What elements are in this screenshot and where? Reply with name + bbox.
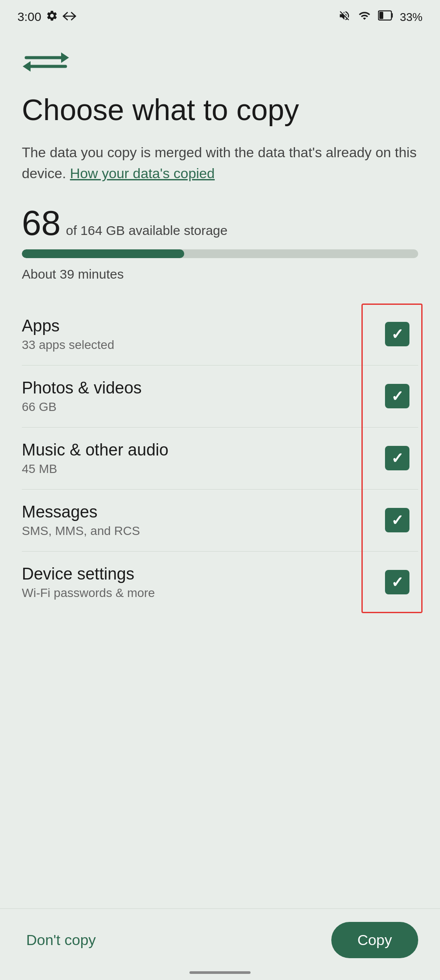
storage-label: of 164 GB available storage: [66, 223, 227, 238]
checkbox-1[interactable]: ✓: [385, 384, 409, 408]
list-item[interactable]: Messages SMS, MMS, and RCS ✓: [22, 490, 418, 552]
home-indicator: [189, 971, 251, 974]
item-info: Photos & videos 66 GB: [22, 379, 385, 414]
bottom-bar: Don't copy Copy: [0, 908, 440, 980]
storage-amount: 68 of 164 GB available storage: [22, 206, 418, 241]
checkmark-icon: ✓: [391, 573, 403, 591]
gear-icon: [46, 10, 58, 25]
item-title: Apps: [22, 317, 385, 335]
list-item[interactable]: Photos & videos 66 GB ✓: [22, 366, 418, 428]
main-content: Choose what to copy The data you copy is…: [0, 31, 440, 613]
description-text: The data you copy is merged with the dat…: [22, 142, 418, 184]
list-item[interactable]: Apps 33 apps selected ✓: [22, 304, 418, 366]
battery-percent: 33%: [400, 10, 423, 24]
svg-marker-6: [23, 61, 31, 72]
progress-bar: [22, 249, 418, 258]
checkmark-icon: ✓: [391, 511, 403, 529]
checkmark-icon: ✓: [391, 387, 403, 405]
checkmark-icon: ✓: [391, 449, 403, 467]
battery-icon: [378, 10, 394, 24]
item-subtitle: Wi-Fi passwords & more: [22, 586, 385, 600]
item-subtitle: 33 apps selected: [22, 338, 385, 352]
checkbox-2[interactable]: ✓: [385, 446, 409, 470]
item-subtitle: SMS, MMS, and RCS: [22, 524, 385, 538]
progress-bar-fill: [22, 249, 184, 258]
items-list: Apps 33 apps selected ✓ Photos & videos …: [22, 304, 418, 613]
dont-copy-button[interactable]: Don't copy: [22, 923, 100, 957]
time-estimate: About 39 minutes: [22, 267, 418, 282]
checkbox-3[interactable]: ✓: [385, 508, 409, 532]
checkbox-4[interactable]: ✓: [385, 570, 409, 594]
transfer-arrows-icon: [62, 10, 76, 24]
checkbox-0[interactable]: ✓: [385, 322, 409, 346]
item-info: Apps 33 apps selected: [22, 317, 385, 352]
transfer-icon-container: [22, 48, 418, 76]
item-title: Messages: [22, 503, 385, 521]
list-item[interactable]: Device settings Wi-Fi passwords & more ✓: [22, 552, 418, 613]
status-right: 33%: [338, 10, 423, 25]
svg-marker-4: [61, 52, 69, 63]
page-title: Choose what to copy: [22, 93, 418, 126]
time-display: 3:00: [17, 10, 41, 24]
item-title: Device settings: [22, 565, 385, 583]
data-copy-link[interactable]: How your data's copied: [70, 166, 215, 181]
item-title: Music & other audio: [22, 441, 385, 459]
item-title: Photos & videos: [22, 379, 385, 397]
mute-icon: [338, 10, 351, 25]
list-item[interactable]: Music & other audio 45 MB ✓: [22, 428, 418, 490]
status-left: 3:00: [17, 10, 76, 25]
transfer-icon: [22, 48, 70, 74]
svg-rect-2: [379, 12, 383, 19]
item-info: Device settings Wi-Fi passwords & more: [22, 565, 385, 600]
item-subtitle: 45 MB: [22, 462, 385, 476]
status-bar: 3:00: [0, 0, 440, 31]
storage-number: 68: [22, 206, 61, 241]
item-info: Messages SMS, MMS, and RCS: [22, 503, 385, 538]
copy-button[interactable]: Copy: [331, 922, 418, 958]
item-subtitle: 66 GB: [22, 400, 385, 414]
storage-section: 68 of 164 GB available storage About 39 …: [22, 206, 418, 282]
item-info: Music & other audio 45 MB: [22, 441, 385, 476]
checkmark-icon: ✓: [391, 325, 403, 343]
wifi-icon: [357, 10, 372, 25]
